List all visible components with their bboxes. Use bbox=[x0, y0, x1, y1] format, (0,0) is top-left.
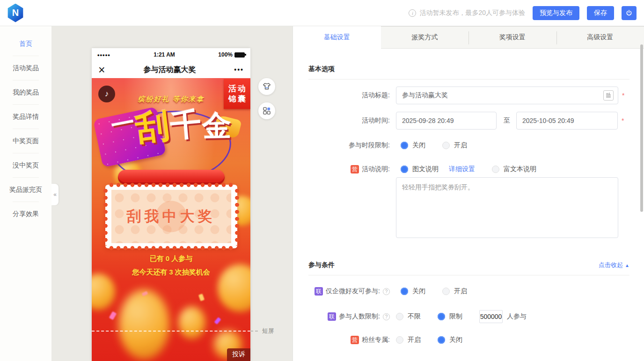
tab-label: 高级设置 bbox=[587, 33, 613, 42]
title-char: 刮 bbox=[133, 108, 171, 145]
radio-time-limit-off[interactable]: 关闭 bbox=[401, 141, 425, 150]
activity-title-input[interactable] bbox=[396, 87, 618, 104]
close-icon[interactable]: × bbox=[98, 64, 105, 76]
tshirt-icon bbox=[262, 81, 272, 92]
radio-time-limit-on[interactable]: 开启 bbox=[442, 141, 467, 150]
status-note-text: 活动暂未发布，最多20人可参与体验 bbox=[419, 9, 525, 17]
radio-label: 关闭 bbox=[412, 287, 425, 296]
participant-limit-row: 联 参与人数限制: ? 不限 限制 人参与 bbox=[308, 310, 629, 323]
radio-wecom-on[interactable]: 开启 bbox=[442, 287, 467, 296]
required-asterisk: * bbox=[622, 117, 624, 124]
sidebar-item-activity-prizes[interactable]: 活动奖品 bbox=[0, 56, 51, 80]
activity-screen: ♪ 活动 锦囊 缤纷好礼 等你来拿 一 刮 千 金 bbox=[92, 78, 250, 361]
sidebar-item-win-page[interactable]: 中奖页面 bbox=[0, 129, 51, 153]
gold-coin-decor bbox=[119, 289, 169, 360]
radio-label: 开启 bbox=[408, 336, 421, 344]
description-textarea-row: 轻轻用手指把奖券刮开。 bbox=[308, 177, 629, 238]
phone-preview-area: « ••••• 1:21 AM 100% × 参与活动赢大奖 ••• bbox=[51, 26, 293, 361]
radio-label: 图文说明 bbox=[412, 165, 439, 173]
confetti-decor bbox=[109, 311, 117, 320]
scratch-ticket[interactable]: 刮我中大奖 bbox=[105, 185, 237, 248]
app-logo[interactable]: N bbox=[7, 4, 24, 22]
radio-selected-icon bbox=[438, 336, 445, 344]
radio-label: 富文本说明 bbox=[504, 165, 536, 173]
top-bar: N i 活动暂未发布，最多20人可参与体验 预览与发布 保存 bbox=[0, 0, 644, 26]
skin-tool-button[interactable] bbox=[258, 78, 275, 95]
radio-wecom-off[interactable]: 关闭 bbox=[401, 287, 425, 296]
signal-dots-icon: ••••• bbox=[97, 51, 110, 58]
ticket-scallop-edge bbox=[235, 188, 239, 245]
help-icon[interactable]: ? bbox=[383, 313, 390, 320]
phone-status-bar: ••••• 1:21 AM 100% bbox=[92, 48, 250, 61]
radio-selected-icon bbox=[401, 142, 408, 149]
complaint-button[interactable]: 投诉 bbox=[227, 348, 250, 361]
radio-unselected-icon bbox=[396, 336, 403, 344]
confetti-decor bbox=[214, 317, 221, 325]
section-title-conditions: 参与条件 bbox=[308, 261, 335, 269]
banner-title-zone: 一 刮 千 金 bbox=[92, 105, 250, 185]
radio-fans-off[interactable]: 关闭 bbox=[438, 336, 462, 344]
section-header-conditions: 参与条件 点击收起 ▲ bbox=[308, 261, 629, 269]
help-icon[interactable]: ? bbox=[383, 288, 390, 295]
sidebar-item-prizes-out-page[interactable]: 奖品派完页 bbox=[0, 178, 51, 202]
activity-description-label: 活动说明: bbox=[362, 165, 390, 173]
activity-kit-badge[interactable]: 活动 锦囊 bbox=[224, 79, 250, 109]
detail-settings-link[interactable]: 详细设置 bbox=[449, 165, 475, 173]
radio-unselected-icon bbox=[396, 313, 403, 320]
more-menu-icon[interactable]: ••• bbox=[234, 66, 244, 73]
scratch-prompt-text: 刮我中大奖 bbox=[127, 207, 216, 226]
radio-imagetext-description[interactable]: 图文说明 bbox=[401, 165, 439, 173]
sidebar-item-no-win-page[interactable]: 没中奖页 bbox=[0, 153, 51, 178]
wecom-only-label: 仅企微好友可参与: bbox=[326, 287, 380, 296]
activity-time-label: 活动时间: bbox=[362, 116, 390, 125]
activity-title-label: 活动标题: bbox=[362, 91, 390, 100]
sidebar-item-home[interactable]: 首页 bbox=[0, 32, 51, 56]
sidebar-item-prize-detail[interactable]: 奖品详情 bbox=[0, 105, 51, 129]
components-tool-button[interactable] bbox=[258, 102, 275, 119]
vertical-scrollbar[interactable] bbox=[640, 44, 643, 212]
tab-advanced-settings[interactable]: 高级设置 bbox=[556, 26, 644, 49]
radio-participants-limited[interactable]: 限制 bbox=[438, 312, 462, 321]
short-screen-guide-line bbox=[92, 331, 250, 332]
sidebar-item-my-prizes[interactable]: 我的奖品 bbox=[0, 80, 51, 105]
text-template-icon[interactable] bbox=[603, 90, 614, 101]
radio-selected-icon bbox=[401, 288, 408, 295]
preview-publish-button[interactable]: 预览与发布 bbox=[533, 6, 579, 20]
radio-label: 关闭 bbox=[449, 336, 462, 344]
triangle-up-icon: ▲ bbox=[625, 263, 629, 268]
tab-divider bbox=[468, 31, 469, 44]
participant-limit-label: 参与人数限制: bbox=[339, 312, 380, 321]
tab-prize-distribution[interactable]: 派奖方式 bbox=[381, 26, 469, 49]
title-char: 一 bbox=[109, 110, 137, 138]
collapse-section-link[interactable]: 点击收起 ▲ bbox=[599, 261, 629, 269]
description-textarea[interactable]: 轻轻用手指把奖券刮开。 bbox=[396, 177, 618, 238]
activity-time-row: 活动时间: 至 * bbox=[308, 112, 629, 130]
phone-page-title: 参与活动赢大奖 bbox=[143, 65, 196, 75]
marketing-badge: 营 bbox=[351, 165, 359, 173]
radio-fans-on[interactable]: 开启 bbox=[396, 336, 421, 344]
collapse-chevrons-icon: « bbox=[53, 191, 57, 198]
tab-label: 奖项设置 bbox=[499, 33, 526, 42]
radio-richtext-description[interactable]: 富文本说明 bbox=[492, 165, 536, 173]
power-icon bbox=[625, 9, 633, 17]
power-button[interactable] bbox=[622, 6, 637, 20]
scratch-area[interactable]: 刮我中大奖 bbox=[111, 190, 231, 243]
confetti-decor bbox=[198, 294, 205, 301]
start-time-input[interactable] bbox=[396, 112, 497, 130]
wecom-only-row: 联 仅企微好友可参与: ? 关闭 开启 bbox=[308, 287, 629, 296]
participant-count-input[interactable] bbox=[479, 310, 503, 323]
radio-unselected-icon bbox=[442, 288, 450, 295]
logo-letter: N bbox=[12, 7, 19, 18]
ticket-scallop-edge bbox=[108, 183, 234, 187]
tab-prize-settings[interactable]: 奖项设置 bbox=[468, 26, 556, 49]
fans-only-row: 营 粉丝专属: 开启 关闭 bbox=[308, 336, 629, 344]
radio-participants-unlimited[interactable]: 不限 bbox=[396, 312, 421, 321]
short-screen-guide-line-outer bbox=[250, 331, 258, 332]
sidebar-collapse-handle[interactable]: « bbox=[51, 184, 59, 205]
save-button[interactable]: 保存 bbox=[587, 6, 614, 20]
settings-tabs: 基础设置 派奖方式 奖项设置 高级设置 bbox=[293, 26, 644, 49]
sidebar-item-share-effect[interactable]: 分享效果 bbox=[0, 202, 51, 226]
end-time-input[interactable] bbox=[516, 112, 618, 130]
section-title-basic-options: 基本选项 bbox=[308, 65, 629, 73]
tab-basic-settings[interactable]: 基础设置 bbox=[293, 26, 381, 49]
